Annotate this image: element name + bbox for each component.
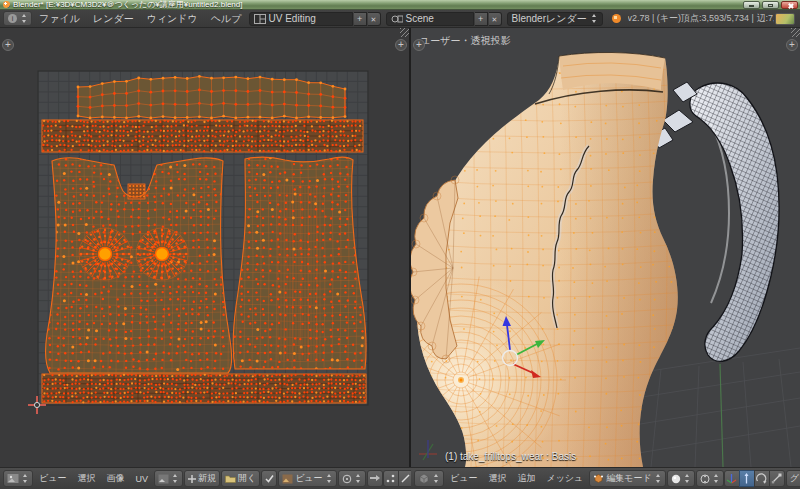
- shoulder-ruffle-left[interactable]: [411, 176, 459, 363]
- uv-island-front-piece[interactable]: [46, 155, 232, 374]
- main-area: ユーザー・透視投影 (1) take_frilltops_wear : Basi…: [0, 28, 800, 467]
- uv-island-back-piece[interactable]: [232, 156, 369, 371]
- pivot-icon: [342, 474, 352, 484]
- menu-render[interactable]: レンダー: [87, 12, 140, 26]
- chevron-updown-icon: [22, 474, 29, 483]
- add-scene-button[interactable]: [475, 12, 488, 26]
- uv-properties-expand-icon[interactable]: [395, 39, 407, 51]
- info-editor-type-button[interactable]: i: [3, 11, 32, 26]
- pivot-center-icon: [700, 474, 710, 484]
- uv-sync-select-toggle[interactable]: [367, 470, 383, 487]
- menu-window[interactable]: ウィンドウ: [141, 12, 204, 26]
- manipulator-toggle-button[interactable]: [724, 470, 740, 487]
- edge-select-icon: [401, 474, 410, 483]
- view-mode-icon: [282, 474, 293, 484]
- plus-icon: [188, 475, 196, 483]
- editor-mode-select[interactable]: ビュー: [278, 470, 336, 487]
- chevron-updown-icon: [172, 474, 179, 483]
- window-title: Blender* [E:¥3D¥CM3D2¥＠つくったの¥講座用¥untitle…: [13, 0, 242, 10]
- scene-stats: v2.78 | (キー)頂点:3,593/5,734 | 辺:7,601/12,…: [628, 12, 774, 25]
- v3d-menu-view[interactable]: ビュー: [445, 472, 482, 485]
- delete-scene-button[interactable]: [489, 12, 502, 26]
- viewport-toolshelf-expand-icon[interactable]: [413, 39, 425, 51]
- menu-file[interactable]: ファイル: [33, 12, 86, 26]
- maximize-button[interactable]: [762, 1, 779, 9]
- delete-layout-button[interactable]: [368, 12, 381, 26]
- uv-editor-type-button[interactable]: [3, 470, 33, 487]
- uv-select-vertex-button[interactable]: [383, 470, 399, 487]
- chevron-updown-icon: [326, 474, 333, 483]
- scene-icon: [391, 14, 403, 24]
- viewport-canvas[interactable]: [411, 28, 800, 467]
- uv-menu-image[interactable]: 画像: [101, 472, 129, 485]
- viewport-header: ビュー 選択 追加 メッシュ 編集モード: [411, 467, 800, 489]
- shoulder-trim-piece: [663, 110, 693, 132]
- viewport-corner-widget[interactable]: [791, 28, 800, 37]
- uv-toolshelf-expand-icon[interactable]: [2, 39, 14, 51]
- image-pin-toggle[interactable]: [261, 470, 277, 487]
- editor-headers: ビュー 選択 画像 UV 新規 開く ビュー: [0, 467, 800, 489]
- pivot-point-select[interactable]: [696, 470, 724, 487]
- mini-axis-gizmo: [419, 440, 437, 460]
- render-engine-select[interactable]: Blenderレンダー: [507, 12, 603, 26]
- uv-select-edge-button[interactable]: [398, 470, 411, 487]
- v3d-menu-mesh[interactable]: メッシュ: [541, 472, 588, 485]
- info-header-right-icon: [775, 13, 795, 25]
- manipulator-rotate-button[interactable]: [754, 470, 770, 487]
- uv-editor-area[interactable]: [0, 28, 409, 467]
- screen-layout-select[interactable]: UV Editing: [249, 12, 353, 26]
- uv-sunburst: [136, 228, 188, 280]
- info-header: i ファイル レンダー ウィンドウ ヘルプ UV Editing Scene B…: [0, 10, 800, 28]
- close-button[interactable]: [781, 1, 798, 9]
- viewport-editor-type-button[interactable]: [414, 470, 444, 487]
- uv-menu-view[interactable]: ビュー: [34, 472, 71, 485]
- translate-icon: [741, 473, 752, 484]
- uv-pivot-select[interactable]: [338, 470, 366, 487]
- transform-orientation-select[interactable]: グローバル: [786, 470, 800, 487]
- vertex-select-icon: [386, 474, 395, 483]
- image-editor-icon: [7, 473, 19, 484]
- uv-island-upper-band[interactable]: [42, 120, 363, 153]
- v3d-menu-select[interactable]: 選択: [483, 472, 511, 485]
- uv-menu-select[interactable]: 選択: [72, 472, 100, 485]
- image-datablock-button[interactable]: [154, 470, 183, 487]
- check-icon: [265, 474, 274, 483]
- uv-island-collar-frill-strip[interactable]: [77, 75, 347, 119]
- sync-arrows-icon: [370, 474, 380, 483]
- chevron-updown-icon: [591, 14, 598, 23]
- uv-island-lower-band[interactable]: [42, 374, 366, 404]
- viewport-3d-area[interactable]: ユーザー・透視投影 (1) take_frilltops_wear : Basi…: [411, 28, 800, 467]
- titlebar[interactable]: Blender* [E:¥3D¥CM3D2¥＠つくったの¥講座用¥untitle…: [0, 0, 800, 10]
- view3d-editor-icon: [418, 473, 430, 484]
- scene-value: Scene: [406, 13, 434, 24]
- viewport-properties-expand-icon[interactable]: [786, 39, 798, 51]
- scale-icon: [771, 473, 782, 484]
- chevron-updown-icon: [21, 14, 28, 23]
- image-new-button[interactable]: 新規: [184, 470, 220, 487]
- minimize-button[interactable]: [743, 1, 760, 9]
- blender-version-icon: [612, 14, 621, 23]
- manipulator-scale-button[interactable]: [769, 470, 785, 487]
- interaction-mode-select[interactable]: 編集モード: [589, 470, 665, 487]
- chevron-updown-icon: [355, 474, 362, 483]
- v3d-menu-add[interactable]: 追加: [512, 472, 540, 485]
- manipulator-translate-button[interactable]: [739, 470, 755, 487]
- viewport-shading-select[interactable]: [667, 470, 695, 487]
- image-open-button[interactable]: 開く: [221, 470, 260, 487]
- chevron-updown-icon: [655, 474, 662, 483]
- uv-area-corner-widget[interactable]: [400, 28, 409, 37]
- interaction-mode-value: 編集モード: [606, 472, 651, 485]
- transform-orientation-value: グローバル: [790, 472, 800, 485]
- blender-logo-icon: [3, 1, 10, 8]
- uv-menu-uvs[interactable]: UV: [130, 474, 153, 484]
- editor-mode-value: ビュー: [295, 472, 322, 485]
- blender-window: Blender* [E:¥3D¥CM3D2¥＠つくったの¥講座用¥untitle…: [0, 0, 800, 489]
- add-layout-button[interactable]: [354, 12, 367, 26]
- uv-canvas[interactable]: [0, 28, 409, 467]
- screen-layout-value: UV Editing: [269, 13, 316, 24]
- render-engine-value: Blenderレンダー: [512, 12, 587, 26]
- menu-help[interactable]: ヘルプ: [205, 12, 248, 26]
- chevron-updown-icon: [433, 474, 440, 483]
- uv-editor-header: ビュー 選択 画像 UV 新規 開く ビュー: [0, 467, 411, 489]
- scene-select[interactable]: Scene: [386, 12, 474, 26]
